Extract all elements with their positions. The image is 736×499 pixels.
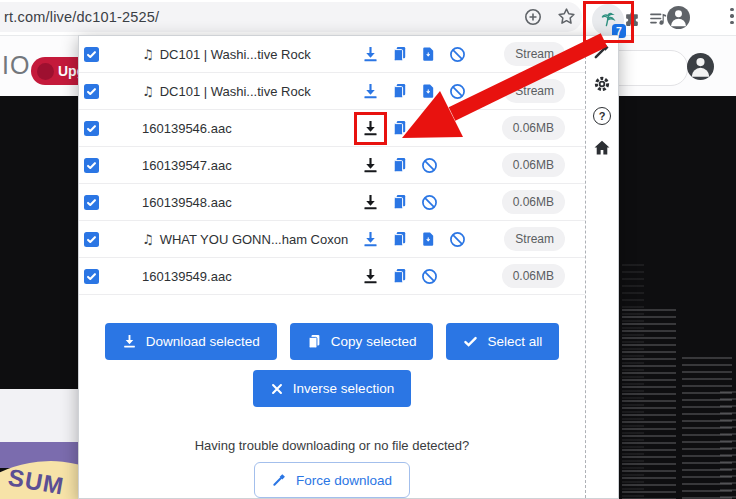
select-all-button[interactable]: Select all: [446, 323, 559, 360]
row-checkbox[interactable]: [84, 232, 99, 247]
download-icon[interactable]: [362, 83, 379, 100]
row-checkbox[interactable]: [84, 121, 99, 136]
action-button-row2: Inverse selection: [79, 370, 585, 407]
music-note-icon: ♫: [142, 47, 154, 62]
hammer-icon[interactable]: [593, 43, 611, 61]
row-title: 160139548.aac: [142, 195, 232, 210]
x-icon: [270, 382, 284, 396]
force-download-button[interactable]: Force download: [254, 462, 410, 498]
check-icon: [463, 334, 478, 349]
size-badge: 0.06MB: [502, 264, 565, 288]
block-icon[interactable]: [421, 194, 438, 211]
address-bar[interactable]: rt.com/live/dc101-2525/: [0, 2, 582, 32]
table-row: 160139546.aac 0.06MB: [79, 110, 585, 147]
button-label: Download selected: [146, 334, 260, 349]
zoom-page-icon[interactable]: [524, 8, 542, 26]
site-logo: IO: [2, 51, 30, 80]
size-badge: Stream: [504, 79, 565, 103]
copy-icon[interactable]: [392, 120, 408, 136]
block-icon[interactable]: [421, 120, 438, 137]
annotation-box-extension: [583, 1, 634, 43]
download-icon[interactable]: [362, 157, 379, 174]
copy-icon[interactable]: [392, 194, 408, 210]
row-title: 160139549.aac: [142, 269, 232, 284]
gear-icon[interactable]: [593, 75, 611, 93]
table-row: 160139548.aac 0.06MB: [79, 184, 585, 221]
file-list: ♫ DC101 | Washi...tive Rock Stream ♫ DC1…: [79, 36, 585, 295]
music-note-icon: ♫: [142, 232, 154, 247]
copy-icon[interactable]: [392, 46, 408, 62]
table-row: 160139549.aac 0.06MB: [79, 258, 585, 295]
file-type-icon[interactable]: [421, 83, 436, 99]
browser-menu-icon[interactable]: [728, 8, 736, 24]
table-row: 160139547.aac 0.06MB: [79, 147, 585, 184]
copy-icon[interactable]: [392, 83, 408, 99]
size-badge: Stream: [504, 42, 565, 66]
popup-sidebar: ?: [585, 36, 618, 498]
block-icon[interactable]: [421, 157, 438, 174]
button-label: Select all: [487, 334, 542, 349]
page-avatar[interactable]: [687, 53, 714, 80]
button-label: Inverse selection: [293, 381, 394, 396]
download-icon[interactable]: [362, 231, 379, 248]
row-checkbox[interactable]: [84, 47, 99, 62]
file-type-icon[interactable]: [421, 231, 436, 247]
size-badge: 0.06MB: [502, 190, 565, 214]
inverse-selection-button[interactable]: Inverse selection: [253, 370, 411, 407]
file-type-icon[interactable]: [421, 46, 436, 62]
extension-popup: ♫ DC101 | Washi...tive Rock Stream ♫ DC1…: [78, 35, 619, 499]
row-checkbox[interactable]: [84, 158, 99, 173]
row-title: 160139546.aac: [142, 121, 232, 136]
download-icon: [122, 334, 137, 349]
action-button-row: Download selected Copy selected Select a…: [79, 323, 585, 360]
download-icon[interactable]: [362, 46, 379, 63]
row-title: DC101 | Washi...tive Rock: [160, 84, 311, 99]
page-section: [0, 389, 78, 442]
help-icon[interactable]: ?: [593, 107, 611, 125]
table-row: ♫ WHAT YOU GONN...ham Coxon Stream: [79, 221, 585, 258]
row-checkbox[interactable]: [84, 269, 99, 284]
bookmark-star-icon[interactable]: [557, 7, 576, 26]
copy-selected-button[interactable]: Copy selected: [290, 323, 434, 360]
row-checkbox[interactable]: [84, 195, 99, 210]
button-label: Copy selected: [331, 334, 417, 349]
copy-icon[interactable]: [392, 231, 408, 247]
browser-profile-icon[interactable]: [667, 6, 690, 29]
copy-icon: [307, 334, 322, 349]
size-badge: Stream: [504, 227, 565, 251]
block-icon[interactable]: [449, 231, 466, 248]
download-icon[interactable]: [362, 120, 379, 137]
media-playlist-icon[interactable]: [649, 10, 667, 28]
download-icon[interactable]: [362, 268, 379, 285]
block-icon[interactable]: [449, 46, 466, 63]
row-title: WHAT YOU GONN...ham Coxon: [160, 232, 349, 247]
equalizer-bar: [622, 309, 676, 499]
table-row: ♫ DC101 | Washi...tive Rock Stream: [79, 36, 585, 73]
row-title: DC101 | Washi...tive Rock: [160, 47, 311, 62]
size-badge: 0.06MB: [502, 153, 565, 177]
download-selected-button[interactable]: Download selected: [105, 323, 277, 360]
copy-icon[interactable]: [392, 268, 408, 284]
row-title: 160139547.aac: [142, 158, 232, 173]
upgrade-icon: [37, 63, 54, 80]
row-checkbox[interactable]: [84, 84, 99, 99]
music-note-icon: ♫: [142, 84, 154, 99]
size-badge: 0.06MB: [502, 116, 565, 140]
media-list-area: ♫ DC101 | Washi...tive Rock Stream ♫ DC1…: [79, 36, 585, 498]
home-icon[interactable]: [593, 139, 611, 157]
equalizer-bar: [720, 391, 736, 499]
button-label: Force download: [296, 473, 392, 488]
trouble-text: Having trouble downloading or no file de…: [79, 438, 585, 453]
copy-icon[interactable]: [392, 157, 408, 173]
block-icon[interactable]: [421, 268, 438, 285]
download-icon[interactable]: [362, 194, 379, 211]
table-row: ♫ DC101 | Washi...tive Rock Stream: [79, 73, 585, 110]
block-icon[interactable]: [449, 83, 466, 100]
url-text: rt.com/live/dc101-2525/: [4, 9, 159, 25]
hammer-icon: [272, 473, 287, 488]
